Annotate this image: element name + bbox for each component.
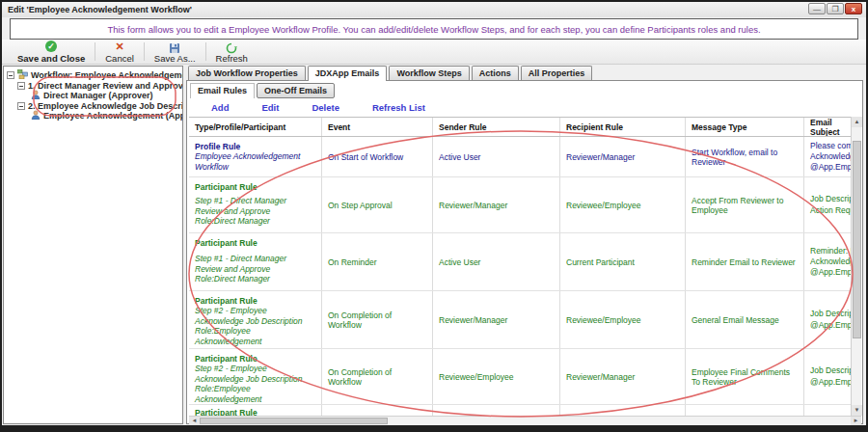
rule-recipient: Reviewer/Manager (560, 137, 686, 176)
rule-detail: Step #1 - Direct Manager Review and Appr… (195, 196, 315, 216)
rule-message-type: General Email Message (686, 291, 804, 348)
info-bar: This form allows you to edit a Employee … (10, 18, 858, 40)
window-title: Edit 'Employee Acknowledgement Workflow' (2, 5, 192, 14)
save-as-button[interactable]: Save As... (147, 40, 203, 64)
vertical-scrollbar[interactable]: ▲ ▼ (851, 117, 861, 416)
rule-event: On Reminder (322, 233, 433, 290)
red-x-icon: ✕ (114, 40, 125, 52)
tab-job-workflow-properties[interactable]: Job Workflow Properties (188, 66, 306, 80)
rule-sender: Active User (433, 137, 560, 176)
scroll-left-icon[interactable]: ◄ (189, 417, 200, 425)
rule-event: On Step Approval (322, 177, 433, 232)
rule-detail: Step #2 - Employee Acknowledge Job Descr… (195, 364, 315, 384)
tree-participant-employee-ack[interactable]: Employee Acknowledgement (Approver) (4, 111, 182, 122)
rule-type: Participant Rule (195, 238, 315, 248)
rule-message-type: Employee Final Comments To Reviewer (686, 349, 804, 404)
tree-step-label: 1. Direct Manager Review and Approve (28, 81, 183, 91)
rule-recipient: Reviewer/Manager (560, 349, 686, 404)
rule-recipient: Current Participant (560, 233, 686, 290)
tab-actions[interactable]: Actions (472, 66, 519, 80)
collapse-icon[interactable] (17, 82, 25, 90)
title-bar[interactable]: Edit 'Employee Acknowledgement Workflow'… (2, 2, 866, 17)
collapse-icon[interactable] (7, 71, 14, 79)
toolbar: ✓ Save and Close ✕ Cancel Save As... Ref… (2, 40, 866, 65)
rule-email-subject: Job Descript@App.Emplo (804, 291, 851, 348)
rule-event: On Completion of Workflow (322, 291, 433, 348)
scroll-right-icon[interactable]: ► (851, 417, 861, 425)
table-row-participant-rule[interactable]: Participant Rule Step #2 - Employee Ackn… (189, 349, 851, 405)
toolbar-separator (205, 42, 206, 61)
person-icon (31, 110, 41, 122)
collapse-icon[interactable] (17, 102, 25, 110)
rule-sender: Reviewee/Employee (433, 349, 560, 404)
rule-type: Participant Rule (195, 408, 258, 416)
workflow-icon (17, 69, 28, 81)
tree-root-workflow[interactable]: Workflow: Employee Acknowledgement Workf… (4, 70, 182, 81)
table-row-participant-rule[interactable]: Participant Rule Step #1 - Direct Manage… (189, 233, 851, 291)
rule-event: On Completion of Workflow (322, 349, 433, 404)
info-message: This form allows you to edit a Employee … (107, 24, 760, 35)
email-rules-table: Type/Profile/Participant Event Sender Ru… (189, 117, 851, 416)
table-row-participant-rule[interactable]: Participant Rule Step #1 - Direct Manage… (189, 177, 851, 233)
rule-role: Role:Employee Acknowledgement (195, 384, 315, 404)
rule-sender: Active User (433, 233, 560, 290)
refresh-list-link[interactable]: Refresh List (372, 102, 425, 113)
rule-type: Profile Rule (195, 142, 315, 151)
add-link[interactable]: Add (211, 102, 229, 113)
tree-step-label: 2. Employee Acknowledge Job Description (28, 101, 183, 111)
rule-message-type: Accept From Reviewer to Employee (686, 177, 804, 232)
edit-link[interactable]: Edit (261, 102, 279, 113)
tab-workflow-steps[interactable]: Workflow Steps (389, 66, 469, 80)
table-row-participant-rule-partial[interactable]: Participant Rule (189, 405, 851, 416)
rule-type: Participant Rule (195, 354, 315, 364)
cancel-button[interactable]: ✕ Cancel (97, 40, 142, 64)
rule-recipient: Reviewee/Employee (560, 291, 686, 348)
sub-tab-strip: Email Rules One-Off Emails (190, 83, 335, 98)
table-row-participant-rule[interactable]: Participant Rule Step #2 - Employee Ackn… (189, 291, 851, 349)
rule-role: Role:Direct Manager (195, 216, 315, 227)
floppy-disk-icon (169, 40, 180, 52)
rule-role: Role:Direct Manager (195, 274, 315, 284)
tree-participant-direct-manager[interactable]: Direct Manager (Approver) (4, 91, 182, 101)
emails-tab-panel: Email Rules One-Off Emails Add Edit Dele… (186, 80, 863, 424)
rule-type: Participant Rule (195, 182, 315, 192)
edit-workflow-dialog: Edit 'Employee Acknowledgement Workflow'… (0, 0, 868, 432)
rule-detail: Employee Acknowledgement Workflow (195, 151, 315, 172)
rule-event: On Start of Workflow (322, 137, 433, 176)
main-tab-strip: Job Workflow Properties JDXApp Emails Wo… (188, 66, 592, 80)
scroll-up-icon[interactable]: ▲ (852, 117, 862, 127)
col-header-email-subject[interactable]: Email Subject (804, 118, 851, 136)
rule-type: Participant Rule (195, 296, 315, 306)
col-header-type[interactable]: Type/Profile/Participant (189, 118, 322, 136)
scroll-down-icon[interactable]: ▼ (852, 405, 862, 416)
minimize-button[interactable]: — (808, 3, 826, 14)
person-icon (31, 90, 41, 101)
delete-link[interactable]: Delete (312, 102, 339, 113)
close-button[interactable]: x (845, 3, 862, 14)
horizontal-scrollbar[interactable]: ◄ ► (189, 416, 861, 424)
tab-jdxapp-emails[interactable]: JDXApp Emails (308, 66, 388, 81)
horizontal-scroll-thumb[interactable] (200, 418, 388, 424)
rule-recipient: Reviewee/Employee (560, 177, 686, 232)
save-and-close-button[interactable]: ✓ Save and Close (10, 40, 93, 64)
vertical-scroll-thumb[interactable] (853, 141, 861, 338)
subtab-one-off-emails[interactable]: One-Off Emails (257, 83, 335, 98)
col-header-message-type[interactable]: Message Type (686, 118, 804, 136)
col-header-event[interactable]: Event (322, 118, 433, 136)
subtab-email-rules[interactable]: Email Rules (190, 83, 255, 98)
tab-all-properties[interactable]: All Properties (521, 66, 593, 80)
col-header-sender[interactable]: Sender Rule (433, 118, 560, 136)
rule-message-type: Reminder Email to Reviewer (686, 233, 804, 290)
rule-message-type: Start Workflow, email to Reviewer (686, 137, 804, 176)
col-header-recipient[interactable]: Recipient Rule (560, 118, 686, 136)
table-row-profile-rule[interactable]: Profile Rule Employee Acknowledgement Wo… (189, 137, 851, 177)
check-circle-icon: ✓ (45, 40, 57, 52)
maximize-button[interactable]: ❐ (827, 3, 844, 14)
tree-participant-label: Employee Acknowledgement (Approver) (43, 111, 183, 121)
rule-role: Role:Employee Acknowledgement (195, 326, 315, 346)
toolbar-separator (95, 42, 95, 61)
rule-detail: Step #1 - Direct Manager Review and Appr… (195, 254, 315, 274)
tree-root-label: Workflow: Employee Acknowledgement Workf… (31, 70, 183, 80)
rule-email-subject: Reminder: PAcknowledge@App.Emplo (804, 233, 851, 290)
refresh-button[interactable]: Refresh (208, 40, 256, 64)
